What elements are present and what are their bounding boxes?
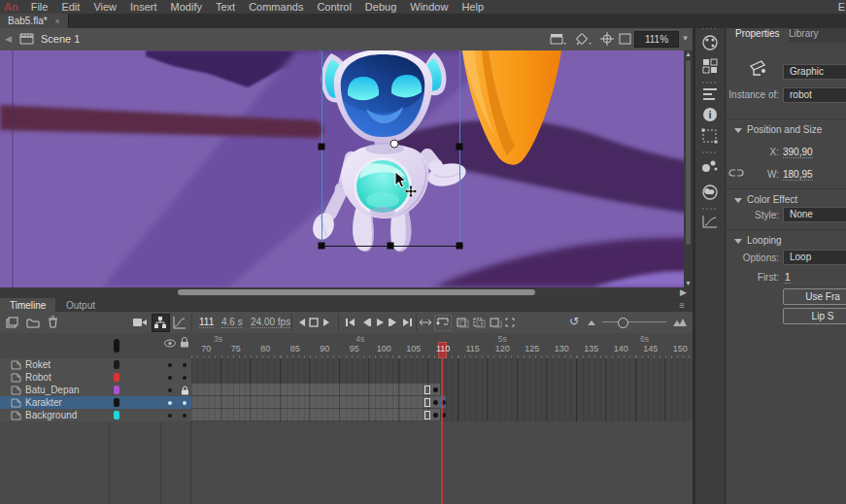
graph-editor-icon[interactable] [173, 316, 186, 329]
new-folder-icon[interactable] [26, 317, 40, 328]
layer-visibility-dot[interactable] [168, 401, 172, 405]
step-forward-icon[interactable] [322, 318, 331, 327]
h-scroll-thumb[interactable] [178, 289, 535, 295]
lock-column-icon[interactable] [180, 337, 189, 348]
layer-visibility-dot[interactable] [168, 376, 172, 380]
cc-libraries-icon[interactable] [695, 185, 725, 200]
lip-syncing-button[interactable]: Lip S [783, 308, 846, 324]
frame-rate-value[interactable]: 24.00 fps [251, 317, 290, 328]
menu-debug[interactable]: Debug [358, 1, 403, 13]
next-frame-icon[interactable] [389, 318, 399, 327]
layer-row-background[interactable]: Background [0, 409, 191, 422]
use-frame-picker-button[interactable]: Use Fra [783, 288, 846, 305]
current-frame-value[interactable]: 111 [199, 317, 214, 328]
elapsed-time-value[interactable]: 4.6 s [221, 317, 243, 328]
document-tab[interactable]: Bab5.fla* × [0, 14, 69, 28]
layer-color-swatch[interactable] [114, 360, 119, 369]
menu-window[interactable]: Window [403, 1, 455, 13]
close-document-icon[interactable]: × [55, 17, 60, 26]
reset-zoom-icon[interactable]: ↺ [569, 315, 579, 328]
info-panel-icon[interactable]: i [695, 107, 725, 122]
link-width-height-icon[interactable] [728, 167, 744, 179]
go-last-icon[interactable] [402, 318, 413, 327]
first-frame-value[interactable]: 1 [785, 272, 791, 284]
tab-timeline[interactable]: Timeline [0, 298, 55, 312]
onion-skin-icon[interactable] [457, 317, 469, 328]
layer-lock-icon[interactable] [181, 386, 189, 395]
loop-options-dropdown[interactable]: Loop [783, 250, 846, 265]
fill-color-icon[interactable] [575, 32, 592, 46]
eye-column-icon[interactable] [164, 339, 176, 348]
zoom-level-field[interactable]: 111% [634, 31, 679, 48]
modify-markers-icon[interactable] [505, 317, 518, 328]
layer-visibility-dot[interactable] [168, 363, 172, 367]
scroll-right-icon[interactable]: ▶ [680, 287, 687, 298]
layer-lock-dot[interactable] [183, 363, 186, 367]
menu-insert[interactable]: Insert [123, 1, 164, 13]
play-icon[interactable] [376, 318, 385, 327]
layer-lock-dot[interactable] [183, 414, 186, 418]
stop-icon[interactable] [309, 318, 319, 327]
menu-help[interactable]: Help [455, 1, 491, 13]
layer-color-swatch[interactable] [114, 386, 119, 394]
edit-symbols-icon[interactable] [550, 32, 567, 46]
go-first-icon[interactable] [345, 318, 355, 327]
stage-canvas[interactable]: ▲ ▼ [0, 50, 693, 287]
step-back-icon[interactable] [297, 318, 306, 327]
menu-text[interactable]: Text [209, 1, 242, 13]
instance-name-field[interactable]: robot [783, 87, 846, 103]
panel-menu-icon[interactable]: ≡ [679, 300, 685, 311]
color-panel-icon[interactable] [695, 35, 725, 50]
symbol-type-dropdown[interactable]: Graphic [783, 64, 846, 80]
chart-panel-icon[interactable] [695, 214, 725, 229]
layer-lock-dot[interactable] [183, 401, 186, 405]
menu-file[interactable]: File [24, 1, 55, 13]
menu-control[interactable]: Control [310, 1, 357, 13]
center-playhead-icon[interactable] [420, 318, 431, 327]
timeline-ruler[interactable]: 3s4s5s6s 7075808590951001051101151201251… [0, 333, 693, 359]
zoom-slider-knob[interactable] [618, 318, 628, 328]
looping-header[interactable]: Looping [734, 235, 782, 246]
layer-row-karakter[interactable]: Karakter [0, 396, 191, 410]
new-layer-icon[interactable] [6, 317, 18, 328]
layer-row-robot[interactable]: Robot [0, 371, 191, 385]
tab-output[interactable]: Output [56, 298, 105, 312]
stage-h-scrollbar[interactable]: ▶ [0, 287, 693, 298]
menu-view[interactable]: View [86, 1, 123, 13]
style-dropdown[interactable]: None [783, 207, 846, 222]
layer-lock-dot[interactable] [183, 376, 186, 380]
center-frame-icon[interactable] [600, 32, 614, 46]
workspace-switcher[interactable]: E [838, 1, 845, 13]
position-size-header[interactable]: Position and Size [734, 124, 822, 135]
edit-multiple-frames-icon[interactable] [490, 317, 502, 328]
scene-breadcrumb[interactable]: Scene 1 [41, 33, 80, 45]
align-panel-icon[interactable] [695, 87, 725, 102]
menu-commands[interactable]: Commands [242, 1, 310, 13]
color-effect-header[interactable]: Color Effect [734, 194, 797, 205]
layer-visibility-dot[interactable] [168, 388, 172, 392]
clip-content-icon[interactable] [619, 32, 631, 46]
layer-color-swatch[interactable] [114, 373, 119, 382]
back-arrow-icon[interactable]: ◀ [5, 34, 12, 44]
timeline-zoom-slider[interactable] [602, 321, 666, 322]
stage-v-scrollbar[interactable]: ▲ ▼ [684, 50, 693, 287]
delete-layer-icon[interactable] [48, 316, 58, 328]
w-value[interactable]: 180,95 [783, 169, 813, 181]
onion-skin-outline-icon[interactable] [473, 317, 486, 328]
layer-visibility-dot[interactable] [168, 414, 172, 418]
brush-panel-icon[interactable] [695, 157, 725, 173]
zoom-in-frames-icon[interactable] [672, 318, 688, 327]
loop-playback-icon[interactable] [434, 315, 452, 331]
parent-view-icon[interactable] [152, 314, 170, 332]
zoom-dropdown-chevron[interactable]: ▼ [679, 31, 692, 46]
camera-icon[interactable] [132, 317, 148, 328]
zoom-out-frames-icon[interactable] [587, 319, 596, 326]
x-value[interactable]: 390,90 [783, 147, 813, 158]
menu-edit[interactable]: Edit [54, 1, 86, 13]
layer-color-swatch[interactable] [114, 411, 119, 420]
layer-row-roket[interactable]: Roket [0, 358, 191, 372]
prev-frame-icon[interactable] [360, 318, 371, 327]
transform-panel-icon[interactable] [695, 128, 725, 144]
layer-color-swatch[interactable] [114, 398, 119, 407]
playhead-line[interactable] [441, 357, 443, 504]
